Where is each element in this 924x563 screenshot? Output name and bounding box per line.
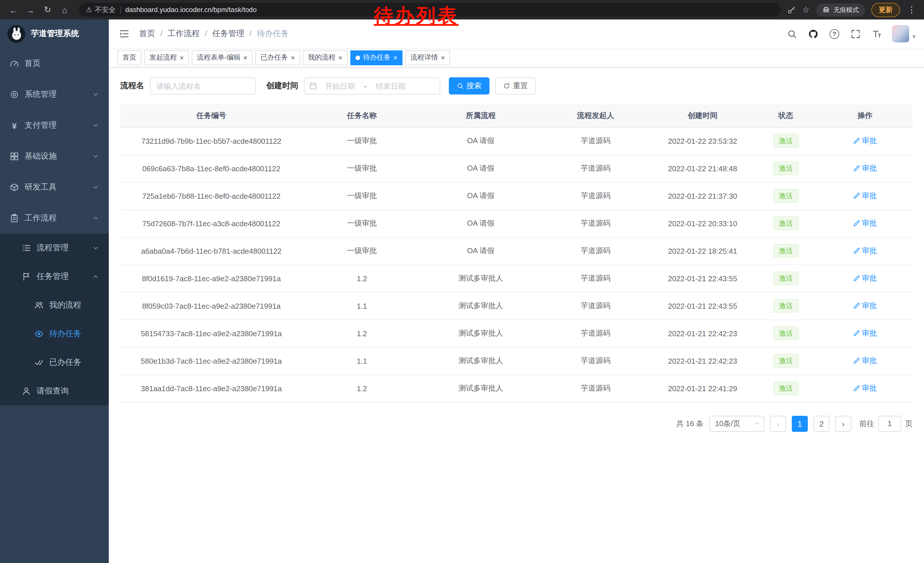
close-icon[interactable]: × (243, 54, 248, 61)
approve-button[interactable]: 审批 (853, 191, 877, 201)
sidebar-item-infra[interactable]: 基础设施 (0, 141, 109, 172)
sidebar-item-leave-query[interactable]: 请假查询 (0, 377, 109, 405)
update-button[interactable]: 更新 (872, 3, 900, 17)
hamburger-icon[interactable] (117, 29, 131, 39)
close-icon[interactable]: × (180, 54, 184, 61)
close-icon[interactable]: × (393, 54, 397, 61)
sidebar-item-process-mgmt[interactable]: 流程管理 (0, 234, 109, 262)
end-date-input[interactable] (369, 82, 412, 90)
github-icon[interactable] (802, 29, 824, 39)
browser-back-icon[interactable]: ← (6, 5, 21, 15)
col-status: 状态 (754, 104, 817, 127)
browser-home-icon[interactable]: ⌂ (57, 5, 72, 15)
page-content: 流程名 创建时间 - 搜索 重置 (109, 68, 924, 563)
sidebar-item-payment[interactable]: ¥ 支付管理 (0, 110, 109, 141)
browser-forward-icon[interactable]: → (23, 5, 38, 15)
edit-icon (853, 192, 860, 199)
logo-image (8, 25, 25, 43)
breadcrumb-current: 待办任务 (244, 29, 289, 39)
status-badge: 激活 (773, 272, 798, 285)
table-row: 75d72608-7b7f-11ec-a3c8-acde48001122 一级审… (120, 210, 912, 237)
chevron-down-icon (754, 420, 760, 427)
approve-button[interactable]: 审批 (853, 218, 877, 228)
font-size-icon[interactable] (866, 29, 887, 39)
sidebar-item-home[interactable]: 首页 (0, 48, 109, 79)
fullscreen-icon[interactable] (845, 29, 866, 39)
tab-start-process[interactable]: 发起流程 × (144, 50, 189, 65)
page-button-1[interactable]: 1 (792, 416, 808, 432)
insecure-warning[interactable]: ⚠ 不安全 (86, 5, 116, 15)
status-badge: 激活 (773, 326, 798, 340)
chevron-down-icon (92, 122, 99, 129)
approve-button[interactable]: 审批 (853, 328, 877, 338)
tab-done-tasks[interactable]: 已办任务 × (255, 50, 300, 65)
search-button[interactable]: 搜索 (449, 77, 489, 95)
table-row: a6aba0a4-7b6d-11ec-b781-acde48001122 一级审… (120, 237, 912, 264)
goto-label: 前往 (859, 418, 874, 429)
avatar-caret-icon[interactable]: ▾ (912, 33, 915, 42)
incognito-label: 无痕模式 (834, 6, 859, 14)
table-header-row: 任务编号 任务名称 所属流程 流程发起人 创建时间 状态 操作 (120, 104, 912, 127)
approve-button[interactable]: 审批 (853, 163, 877, 174)
top-navbar: 首页 工作流程 任务管理 待办任务 ? ▾ (109, 20, 924, 48)
sidebar-item-workflow[interactable]: 工作流程 (0, 203, 109, 234)
key-icon[interactable] (788, 6, 796, 14)
address-bar[interactable]: ⚠ 不安全 dashboard.yudao.iocoder.cn/bpm/tas… (79, 3, 781, 17)
sidebar-item-task-mgmt[interactable]: 任务管理 (0, 262, 109, 291)
approve-button[interactable]: 审批 (853, 356, 877, 366)
tab-process-detail[interactable]: 流程详情 × (405, 50, 450, 65)
goto-page-input[interactable] (878, 416, 901, 432)
sidebar-logo[interactable]: 芋道管理系统 (0, 20, 109, 48)
reset-button[interactable]: 重置 (495, 77, 536, 95)
close-icon[interactable]: × (291, 54, 295, 61)
help-icon[interactable]: ? (824, 29, 845, 39)
people-icon (34, 301, 44, 310)
sidebar-item-system[interactable]: 系统管理 (0, 79, 109, 110)
create-time-label: 创建时间 (266, 81, 298, 91)
status-badge: 激活 (773, 134, 798, 148)
table-row: 8f0d1619-7ac8-11ec-a9e2-a2380e71991a 1.2… (120, 264, 912, 292)
approve-button[interactable]: 审批 (853, 273, 877, 284)
page-size-select[interactable]: 10条/页 (710, 416, 764, 432)
next-page-button[interactable]: › (835, 416, 851, 432)
sidebar-item-done-tasks[interactable]: 已办任务 (0, 348, 109, 377)
col-starter: 流程发起人 (540, 104, 651, 127)
page-button-2[interactable]: 2 (813, 416, 830, 432)
approve-button[interactable]: 审批 (853, 383, 877, 393)
tab-home[interactable]: 首页 (117, 50, 141, 65)
date-range-picker[interactable]: - (304, 77, 440, 95)
page-url: dashboard.yudao.iocoder.cn/bpm/task/todo (125, 6, 257, 14)
navbar-actions: ? ▾ (782, 25, 915, 42)
incognito-badge: 无痕模式 (816, 3, 865, 17)
breadcrumb-home[interactable]: 首页 (139, 29, 155, 39)
close-icon[interactable]: × (338, 54, 342, 61)
app-title: 芋道管理系统 (31, 29, 79, 39)
sidebar-item-todo-tasks[interactable]: 待办任务 (0, 320, 109, 348)
gear-icon (10, 90, 19, 99)
clipboard-icon (10, 214, 19, 223)
todo-task-table: 任务编号 任务名称 所属流程 流程发起人 创建时间 状态 操作 73211d9d… (120, 104, 912, 402)
sidebar-item-my-process[interactable]: 我的流程 (0, 291, 109, 320)
bookmark-star-icon[interactable]: ☆ (802, 5, 810, 14)
browser-menu-icon[interactable]: ⋮ (906, 5, 917, 15)
approve-button[interactable]: 审批 (853, 136, 877, 146)
process-name-input[interactable] (150, 77, 256, 95)
search-icon[interactable] (782, 29, 802, 39)
chevron-down-icon (92, 245, 99, 251)
prev-page-button[interactable]: ‹ (770, 416, 786, 432)
start-date-input[interactable] (318, 82, 362, 90)
approve-button[interactable]: 审批 (853, 301, 877, 311)
table-row: 73211d9d-7b9b-11ec-b5b7-acde48001122 一级审… (120, 127, 912, 155)
user-avatar[interactable] (892, 25, 909, 42)
close-icon[interactable]: × (441, 54, 445, 61)
tab-my-process[interactable]: 我的流程 × (303, 50, 348, 65)
tab-form-editor[interactable]: 流程表单-编辑 × (192, 50, 252, 65)
chevron-down-icon (92, 184, 99, 191)
status-badge: 激活 (773, 354, 798, 368)
browser-reload-icon[interactable]: ↻ (40, 5, 55, 15)
sidebar-item-devtools[interactable]: 研发工具 (0, 172, 109, 203)
tab-todo-tasks[interactable]: 待办任务 × (350, 50, 402, 65)
approve-button[interactable]: 审批 (853, 246, 877, 256)
status-badge: 激活 (773, 216, 798, 230)
dashboard-icon (10, 59, 19, 68)
